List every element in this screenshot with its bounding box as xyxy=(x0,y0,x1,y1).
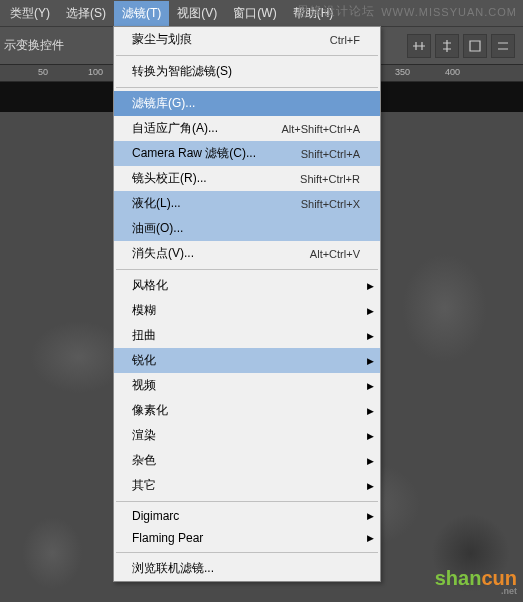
filter-menu-dropdown[interactable]: 蒙尘与划痕Ctrl+F转换为智能滤镜(S)滤镜库(G)...自适应广角(A)..… xyxy=(113,26,381,582)
submenu-arrow-icon: ▶ xyxy=(367,511,374,521)
menu-item-shortcut: Shift+Ctrl+A xyxy=(301,148,360,160)
menu-separator xyxy=(116,87,378,88)
submenu-arrow-icon: ▶ xyxy=(367,431,374,441)
menu-item-label: Camera Raw 滤镜(C)... xyxy=(132,145,256,162)
menu-item-label: 其它 xyxy=(132,477,156,494)
submenu-arrow-icon: ▶ xyxy=(367,331,374,341)
menu-item-label: 镜头校正(R)... xyxy=(132,170,207,187)
submenu-arrow-icon: ▶ xyxy=(367,481,374,491)
watermark: 思缘设计论坛 WWW.MISSYUAN.COM xyxy=(297,3,517,20)
menu-item-label: 锐化 xyxy=(132,352,156,369)
menu-item-label: 自适应广角(A)... xyxy=(132,120,218,137)
menu-item-17[interactable]: 像素化▶ xyxy=(114,398,380,423)
menu-filter[interactable]: 滤镜(T) xyxy=(114,1,169,26)
submenu-arrow-icon: ▶ xyxy=(367,306,374,316)
menu-item-shortcut: Alt+Shift+Ctrl+A xyxy=(281,123,360,135)
menu-item-8[interactable]: 液化(L)...Shift+Ctrl+X xyxy=(114,191,380,216)
menubar: 类型(Y) 选择(S) 滤镜(T) 视图(V) 窗口(W) 帮助(H) 思缘设计… xyxy=(0,0,523,26)
menu-select[interactable]: 选择(S) xyxy=(58,1,114,26)
align-button-1[interactable] xyxy=(407,34,431,58)
menu-item-18[interactable]: 渲染▶ xyxy=(114,423,380,448)
menu-item-label: Digimarc xyxy=(132,509,179,523)
menu-separator xyxy=(116,501,378,502)
menu-item-label: 扭曲 xyxy=(132,327,156,344)
submenu-arrow-icon: ▶ xyxy=(367,456,374,466)
menu-item-14[interactable]: 扭曲▶ xyxy=(114,323,380,348)
menu-item-label: 像素化 xyxy=(132,402,168,419)
menu-item-4[interactable]: 滤镜库(G)... xyxy=(114,91,380,116)
align-button-3[interactable] xyxy=(463,34,487,58)
menu-item-label: 转换为智能滤镜(S) xyxy=(132,63,232,80)
menu-item-label: 模糊 xyxy=(132,302,156,319)
menu-item-label: 风格化 xyxy=(132,277,168,294)
submenu-arrow-icon: ▶ xyxy=(367,381,374,391)
menu-item-6[interactable]: Camera Raw 滤镜(C)...Shift+Ctrl+A xyxy=(114,141,380,166)
menu-separator xyxy=(116,552,378,553)
menu-item-shortcut: Shift+Ctrl+X xyxy=(301,198,360,210)
menu-item-16[interactable]: 视频▶ xyxy=(114,373,380,398)
menu-separator xyxy=(116,269,378,270)
menu-item-7[interactable]: 镜头校正(R)...Shift+Ctrl+R xyxy=(114,166,380,191)
menu-item-label: 渲染 xyxy=(132,427,156,444)
align-button-4[interactable] xyxy=(491,34,515,58)
menu-item-2[interactable]: 转换为智能滤镜(S) xyxy=(114,59,380,84)
menu-item-0[interactable]: 蒙尘与划痕Ctrl+F xyxy=(114,27,380,52)
menu-item-shortcut: Shift+Ctrl+R xyxy=(300,173,360,185)
menu-item-10[interactable]: 消失点(V)...Alt+Ctrl+V xyxy=(114,241,380,266)
menu-item-13[interactable]: 模糊▶ xyxy=(114,298,380,323)
submenu-arrow-icon: ▶ xyxy=(367,533,374,543)
menu-item-15[interactable]: 锐化▶ xyxy=(114,348,380,373)
align-button-2[interactable] xyxy=(435,34,459,58)
submenu-arrow-icon: ▶ xyxy=(367,281,374,291)
submenu-arrow-icon: ▶ xyxy=(367,356,374,366)
menu-item-label: Flaming Pear xyxy=(132,531,203,545)
logo-watermark: shancun .net xyxy=(435,567,517,596)
toolbar-label: 示变换控件 xyxy=(4,37,64,54)
menu-item-label: 油画(O)... xyxy=(132,220,183,237)
menu-item-label: 浏览联机滤镜... xyxy=(132,560,214,577)
submenu-arrow-icon: ▶ xyxy=(367,406,374,416)
menu-item-20[interactable]: 其它▶ xyxy=(114,473,380,498)
menu-item-22[interactable]: Digimarc▶ xyxy=(114,505,380,527)
menu-item-label: 杂色 xyxy=(132,452,156,469)
menu-window[interactable]: 窗口(W) xyxy=(225,1,284,26)
menu-item-19[interactable]: 杂色▶ xyxy=(114,448,380,473)
menu-item-23[interactable]: Flaming Pear▶ xyxy=(114,527,380,549)
menu-item-shortcut: Ctrl+F xyxy=(330,34,360,46)
menu-separator xyxy=(116,55,378,56)
menu-type[interactable]: 类型(Y) xyxy=(2,1,58,26)
menu-item-label: 液化(L)... xyxy=(132,195,181,212)
menu-item-9[interactable]: 油画(O)... xyxy=(114,216,380,241)
menu-item-label: 蒙尘与划痕 xyxy=(132,31,192,48)
menu-item-25[interactable]: 浏览联机滤镜... xyxy=(114,556,380,581)
menu-item-12[interactable]: 风格化▶ xyxy=(114,273,380,298)
menu-item-shortcut: Alt+Ctrl+V xyxy=(310,248,360,260)
menu-item-label: 滤镜库(G)... xyxy=(132,95,195,112)
menu-item-5[interactable]: 自适应广角(A)...Alt+Shift+Ctrl+A xyxy=(114,116,380,141)
menu-view[interactable]: 视图(V) xyxy=(169,1,225,26)
menu-item-label: 视频 xyxy=(132,377,156,394)
menu-item-label: 消失点(V)... xyxy=(132,245,194,262)
